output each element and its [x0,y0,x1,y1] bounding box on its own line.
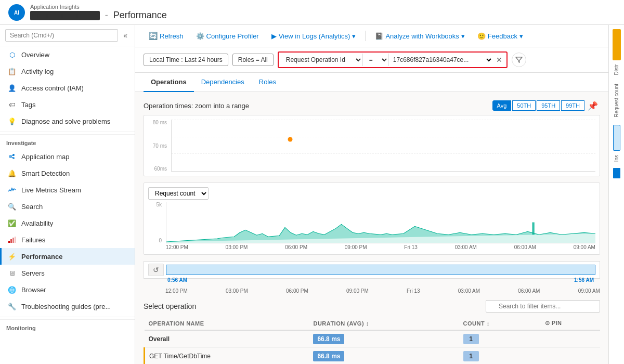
sidebar-item-app-map[interactable]: Application map [0,148,135,165]
sidebar-item-label-live-metrics: Live Metrics Stream [21,186,81,194]
sidebar-item-smart-detection[interactable]: 🔔 Smart Detection [0,165,135,181]
filter-close-button[interactable]: ✕ [493,55,505,65]
sidebar-item-diagnose[interactable]: 💡 Diagnose and solve problems [0,113,135,129]
sidebar-search-input[interactable] [5,29,118,42]
p95-button[interactable]: 95TH [537,100,560,111]
analyze-workbooks-button[interactable]: 📓 Analyze with Workbooks ▾ [370,30,470,43]
row-overall-count: 1 [459,330,541,348]
view-in-logs-label: View in Logs (Analytics) [279,32,350,40]
refresh-label: Refresh [160,32,184,40]
filter-field-select[interactable]: Request Operation Id [280,54,363,66]
right-panel-distr-label: Distr [614,64,619,75]
view-in-logs-button[interactable]: ▶ View in Logs (Analytics) ▾ [266,30,361,43]
filter-add-button[interactable] [512,53,526,67]
sidebar-item-browser[interactable]: 🌐 Browser [0,281,135,298]
pin-chart-button[interactable]: 📌 [586,101,600,111]
tab-operations[interactable]: Operations [144,73,194,92]
search-nav-icon: 🔍 [8,202,16,211]
col-op-name: OPERATION NAME [145,317,309,330]
avg-button[interactable]: Avg [492,100,512,111]
svg-rect-7 [8,241,10,243]
feedback-button[interactable]: 🙂 Feedback ▾ [472,30,528,43]
analyze-chevron-icon: ▾ [461,32,465,40]
chevron-down-icon: ▾ [352,32,356,40]
filter-value-dropdown[interactable]: ▾ [483,54,493,66]
rc-chart-wrap-outer: 5k 0 [148,202,595,243]
roles-filter-pill[interactable]: Roles = All [232,54,274,66]
sidebar-item-failures[interactable]: Failures [0,231,135,248]
sidebar-item-search[interactable]: 🔍 Search [0,198,135,215]
svg-text:AI: AI [14,10,19,16]
sidebar-item-label-performance: Performance [21,253,62,261]
op-times-label: Operation times: zoom into a range [144,102,249,110]
table-row[interactable]: GET Time/GetDbTime 66.8 ms 1 [145,348,601,365]
grid-line-60 [172,153,595,154]
operation-times-section: Operation times: zoom into a range Avg 5… [144,100,600,176]
row-get-duration: 66.8 ms [309,348,459,365]
header-separator: - [105,10,108,21]
select-op-header: Select operation 🔍 [144,300,600,313]
filter-search-wrap: 🔍 [486,300,600,313]
iam-icon: 👤 [8,84,16,92]
header-title-block: Application Insights ■■■■■■■■■■■■■ - Per… [30,4,167,21]
sidebar-item-tags[interactable]: 🏷 Tags [0,96,135,113]
svg-rect-9 [12,238,14,243]
sort-count-icon[interactable]: ↕ [487,320,490,327]
sidebar-item-servers[interactable]: 🖥 Servers [0,265,135,281]
time-filter-pill[interactable]: Local Time : Last 24 hours [144,54,228,66]
tl-x-3: 09:00 PM [346,288,369,294]
filter-operator-select[interactable]: = [363,54,389,66]
chart-data-dot [288,137,293,141]
operation-search-input[interactable] [486,300,600,313]
tl-x-2: 06:00 PM [286,288,308,294]
sidebar-item-troubleshoot[interactable]: 🔧 Troubleshooting guides (pre... [0,298,135,315]
sidebar-item-label-servers: Servers [21,269,45,277]
filter-funnel-icon [515,56,523,63]
sidebar-collapse-button[interactable]: « [121,30,129,41]
sidebar-item-activity-log[interactable]: 📋 Activity log [0,63,135,80]
app-icon: AI [8,4,25,21]
sidebar-item-label-diagnose: Diagnose and solve problems [21,118,110,125]
tl-x-7: 09:00 AM [578,288,600,294]
sidebar-item-iam[interactable]: 👤 Access control (IAM) [0,80,135,96]
rc-x-7: 09:00 AM [574,244,595,250]
troubleshoot-icon: 🔧 [8,302,16,310]
col-count-label: COUNT [463,320,485,327]
col-duration-label: DURATION (AVG) [313,320,364,327]
timeline-section: ↺ 0:56 AM 1:56 AM [144,261,600,279]
sidebar-item-label-app-map: Application map [21,153,70,161]
sidebar-item-availability[interactable]: ✅ Availability [0,215,135,231]
svg-line-5 [11,155,13,156]
tab-dependencies[interactable]: Dependencies [194,73,252,92]
sort-duration-icon[interactable]: ↕ [366,320,369,327]
y-label-60: 60ms [148,166,167,172]
configure-profiler-button[interactable]: ⚙️ Configure Profiler [191,30,264,43]
right-panel-request-count-label: Request count [614,84,619,119]
p50-button[interactable]: 50TH [512,100,536,111]
svg-rect-12 [532,223,534,235]
count-badge-overall: 1 [463,334,479,344]
tab-roles[interactable]: Roles [252,73,283,92]
feedback-label: Feedback [488,32,517,40]
refresh-icon: 🔄 [149,32,158,40]
rc-x-5: 03:00 AM [455,244,477,250]
timeline-refresh-button[interactable]: ↺ [148,264,164,276]
request-count-dropdown[interactable]: Request count [148,187,209,200]
timeline-track: 0:56 AM 1:56 AM [166,265,595,275]
svg-line-6 [11,157,13,158]
sidebar-item-live-metrics[interactable]: Live Metrics Stream [0,181,135,198]
timeline-end-label: 1:56 AM [574,277,594,283]
rc-x-4: Fri 13 [404,244,418,250]
activity-log-icon: 📋 [8,67,16,75]
refresh-button[interactable]: 🔄 Refresh [144,29,189,43]
sidebar-item-label-search: Search [21,203,43,211]
filter-value-input[interactable] [389,54,483,66]
sidebar-item-performance[interactable]: ⚡ Performance [0,248,135,265]
table-row[interactable]: Overall 66.8 ms 1 [145,330,601,348]
overview-icon: ⬡ [8,50,16,59]
p99-button[interactable]: 99TH [561,100,584,111]
availability-icon: ✅ [8,219,16,227]
browser-icon: 🌐 [8,285,16,294]
sidebar-item-overview[interactable]: ⬡ Overview [0,46,135,63]
rc-y-top: 5k [148,202,162,207]
